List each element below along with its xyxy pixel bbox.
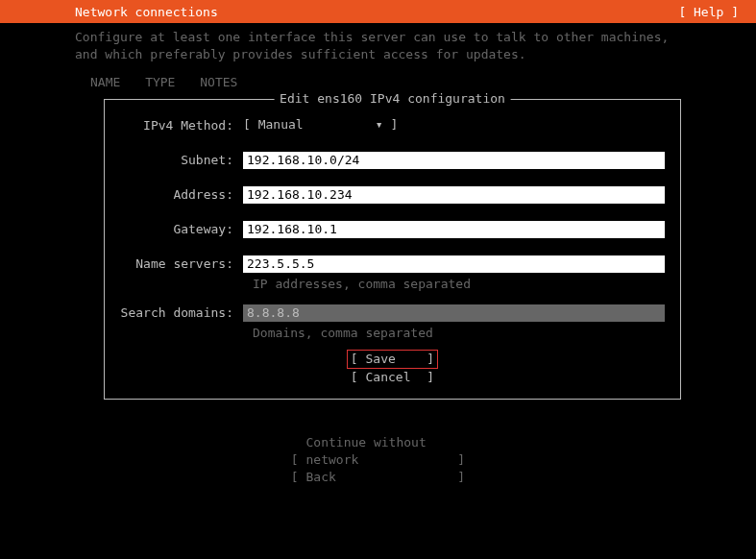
searchdomains-hint: Domains, comma separated xyxy=(253,326,665,340)
nameservers-input[interactable]: 223.5.5.5 xyxy=(243,255,665,273)
searchdomains-input[interactable]: 8.8.8.8 xyxy=(243,304,665,322)
cancel-button[interactable]: [ Cancel ] xyxy=(351,370,434,384)
method-select[interactable]: [ Manual ▾ ] xyxy=(243,117,398,132)
back-button[interactable]: [ Back ] xyxy=(0,469,756,486)
searchdomains-label: Search domains: xyxy=(120,304,243,322)
address-label: Address: xyxy=(120,186,243,204)
gateway-input[interactable]: 192.168.10.1 xyxy=(243,221,665,238)
col-notes: NOTES xyxy=(200,75,237,89)
help-button[interactable]: [ Help ] xyxy=(678,5,739,19)
continue-button[interactable]: [ Continue without network ] xyxy=(0,434,756,468)
page-title: Network connections xyxy=(75,5,218,19)
nameservers-label: Name servers: xyxy=(120,255,243,273)
gateway-label: Gateway: xyxy=(120,221,243,238)
subtitle-line1: Configure at least one interface this se… xyxy=(75,29,756,46)
method-value: Manual xyxy=(258,117,304,132)
header-bar: Network connections [ Help ] xyxy=(0,0,756,23)
dialog-title: Edit ens160 IPv4 configuration xyxy=(274,91,511,106)
subnet-label: Subnet: xyxy=(120,152,243,169)
interface-table-header: NAME TYPE NOTES xyxy=(0,63,756,89)
method-label: IPv4 Method: xyxy=(120,117,243,134)
chevron-down-icon: ▾ xyxy=(376,117,383,132)
save-button[interactable]: [ Save ] xyxy=(347,350,438,369)
nameservers-hint: IP addresses, comma separated xyxy=(253,277,665,291)
col-type: TYPE xyxy=(145,75,175,89)
subnet-input[interactable]: 192.168.10.0/24 xyxy=(243,152,665,169)
address-input[interactable]: 192.168.10.234 xyxy=(243,186,665,204)
ipv4-config-dialog: Edit ens160 IPv4 configuration IPv4 Meth… xyxy=(104,99,681,400)
footer-actions: [ Continue without network ] [ Back ] xyxy=(0,434,756,485)
col-name: NAME xyxy=(90,75,120,89)
subtitle-line2: and which preferably provides sufficient… xyxy=(75,46,756,63)
page-subtitle: Configure at least one interface this se… xyxy=(0,23,756,63)
